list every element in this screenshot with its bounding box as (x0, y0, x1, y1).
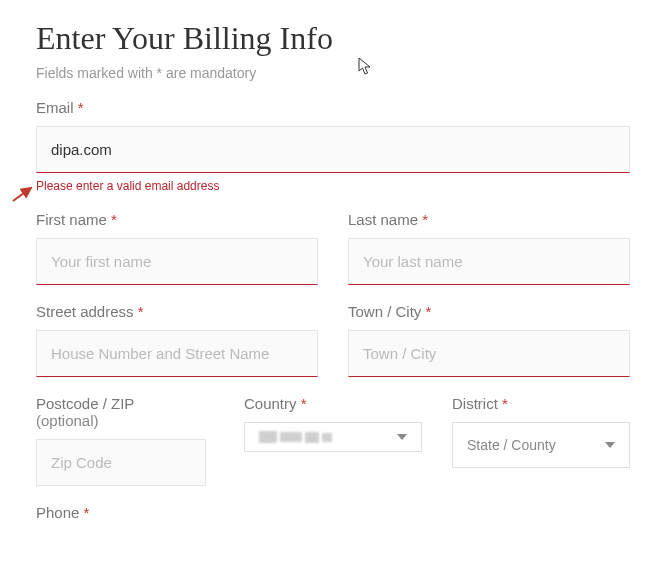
first-name-label: First name * (36, 211, 318, 228)
country-label: Country * (244, 395, 422, 412)
district-label-text: District (452, 395, 498, 412)
phone-label-text: Phone (36, 504, 79, 521)
first-name-label-text: First name (36, 211, 107, 228)
required-mark: * (111, 211, 117, 228)
street-label: Street address * (36, 303, 318, 320)
district-label: District * (452, 395, 630, 412)
phone-label: Phone * (36, 504, 630, 521)
street-label-text: Street address (36, 303, 134, 320)
country-label-text: Country (244, 395, 297, 412)
email-field[interactable] (36, 126, 630, 173)
page-title: Enter Your Billing Info (36, 20, 630, 57)
required-mark: * (138, 303, 144, 320)
required-mark: * (78, 99, 84, 116)
required-mark: * (426, 303, 432, 320)
country-select[interactable] (244, 422, 422, 452)
street-field[interactable] (36, 330, 318, 377)
postcode-field[interactable] (36, 439, 206, 486)
last-name-label-text: Last name (348, 211, 418, 228)
last-name-field[interactable] (348, 238, 630, 285)
first-name-field[interactable] (36, 238, 318, 285)
chevron-down-icon (397, 434, 407, 440)
required-mark: * (301, 395, 307, 412)
chevron-down-icon (605, 442, 615, 448)
required-mark: * (422, 211, 428, 228)
email-label: Email * (36, 99, 630, 116)
mandatory-note: Fields marked with * are mandatory (36, 65, 630, 81)
district-placeholder: State / County (467, 437, 556, 453)
postcode-optional: (optional) (36, 412, 99, 429)
required-mark: * (502, 395, 508, 412)
city-label: Town / City * (348, 303, 630, 320)
country-value-redacted (259, 431, 332, 443)
city-label-text: Town / City (348, 303, 421, 320)
city-field[interactable] (348, 330, 630, 377)
email-label-text: Email (36, 99, 74, 116)
last-name-label: Last name * (348, 211, 630, 228)
email-error: Please enter a valid email address (36, 179, 630, 193)
postcode-label-text: Postcode / ZIP (36, 395, 134, 412)
annotation-arrow-icon (11, 183, 39, 203)
district-select[interactable]: State / County (452, 422, 630, 468)
required-mark: * (84, 504, 90, 521)
postcode-label: Postcode / ZIP (optional) (36, 395, 214, 429)
